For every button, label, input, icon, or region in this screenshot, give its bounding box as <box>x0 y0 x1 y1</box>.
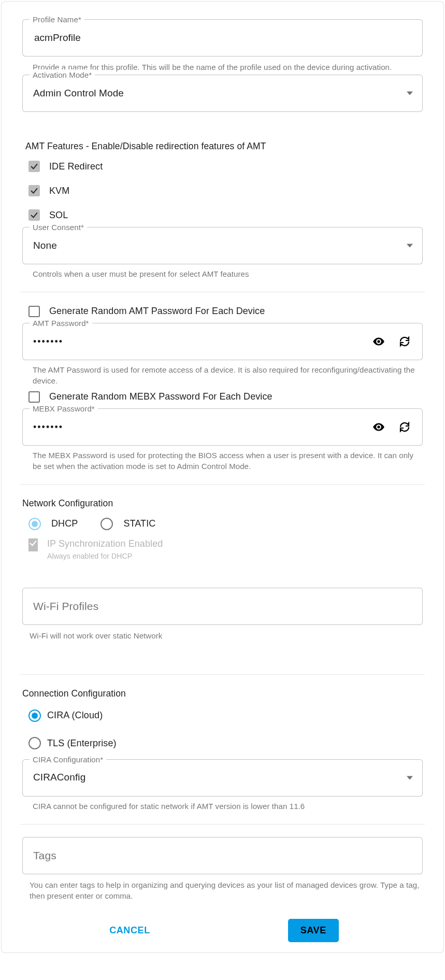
mebx-password-hint: The MEBX Password is used for protecting… <box>33 450 421 472</box>
cancel-button[interactable]: CANCEL <box>106 925 153 936</box>
save-button[interactable]: SAVE <box>288 919 339 942</box>
refresh-icon[interactable] <box>397 334 412 349</box>
gen-random-mebx-label: Generate Random MEBX Password For Each D… <box>49 390 272 403</box>
chevron-down-icon <box>407 244 413 248</box>
static-radio[interactable] <box>101 518 113 530</box>
tags-input[interactable]: Tags <box>22 837 423 874</box>
refresh-icon[interactable] <box>397 420 412 434</box>
cira-radio-label: CIRA (Cloud) <box>47 709 103 722</box>
profile-form-card: Profile Name* Provide a name for this pr… <box>1 1 444 953</box>
ip-sync-checkbox <box>28 538 38 551</box>
chevron-down-icon <box>407 776 413 779</box>
user-consent-hint: Controls when a user must be present for… <box>33 268 421 279</box>
check-icon <box>30 162 39 171</box>
gen-random-mebx-row: Generate Random MEBX Password For Each D… <box>28 390 423 403</box>
cira-config-hint: CIRA cannot be configured for static net… <box>33 801 421 812</box>
dhcp-radio[interactable] <box>28 518 41 530</box>
amt-password-hint: The AMT Password is used for remote acce… <box>33 364 421 386</box>
cira-config-label: CIRA Configuration* <box>30 754 106 765</box>
cira-config-field: CIRA Configuration* CIRAConfig <box>22 759 423 797</box>
gen-random-amt-checkbox[interactable] <box>28 306 40 317</box>
tags-hint: You can enter tags to help in organizing… <box>30 879 421 901</box>
check-icon <box>30 186 39 195</box>
tls-radio-label: TLS (Enterprise) <box>47 737 117 750</box>
amt-password-field: AMT Password* ••••••• <box>22 323 423 360</box>
divider <box>20 824 425 825</box>
amt-password-input[interactable]: ••••••• <box>33 335 63 348</box>
profile-name-field: Profile Name* <box>22 19 423 56</box>
kvm-checkbox[interactable] <box>28 185 40 196</box>
ide-redirect-checkbox[interactable] <box>28 161 40 172</box>
activation-mode-field: Activation Mode* Admin Control Mode <box>22 75 423 112</box>
dhcp-label: DHCP <box>51 517 78 530</box>
user-consent-field: User Consent* None <box>22 227 423 264</box>
profile-name-label: Profile Name* <box>30 14 84 25</box>
wifi-profiles-field: Wi-Fi Profiles <box>22 588 423 625</box>
gen-random-amt-label: Generate Random AMT Password For Each De… <box>49 305 265 318</box>
amt-features-title: AMT Features - Enable/Disable redirectio… <box>25 140 423 153</box>
ide-redirect-label: IDE Redirect <box>49 160 103 173</box>
gen-random-mebx-checkbox[interactable] <box>28 391 40 403</box>
cira-radio[interactable] <box>28 709 41 722</box>
check-icon <box>28 538 38 548</box>
mebx-password-label: MEBX Password* <box>30 403 98 414</box>
chevron-down-icon <box>407 92 413 95</box>
connection-configuration-title: Connection Configuration <box>22 687 423 700</box>
ip-sync-row: IP Synchronization Enabled Always enable… <box>28 537 423 562</box>
visibility-icon[interactable] <box>371 420 386 434</box>
activation-mode-label: Activation Mode* <box>30 69 95 80</box>
network-configuration-title: Network Configuration <box>22 497 423 510</box>
ide-redirect-checkbox-row: IDE Redirect <box>28 160 423 173</box>
static-label: STATIC <box>123 517 155 530</box>
ip-sync-title: IP Synchronization Enabled <box>47 537 163 550</box>
user-consent-label: User Consent* <box>30 222 87 233</box>
profile-name-input[interactable] <box>33 20 412 56</box>
wifi-profiles-input[interactable]: Wi-Fi Profiles <box>22 588 423 625</box>
mebx-password-input[interactable]: ••••••• <box>33 421 63 434</box>
ip-sync-sub: Always enabled for DHCP <box>47 551 163 562</box>
visibility-icon[interactable] <box>371 334 386 349</box>
tls-radio[interactable] <box>28 737 41 749</box>
form-footer: CANCEL SAVE <box>22 901 423 942</box>
sol-label: SOL <box>49 209 68 222</box>
wifi-hint: Wi-Fi will not work over static Network <box>30 630 421 641</box>
divider <box>20 674 425 675</box>
amt-password-label: AMT Password* <box>30 318 92 329</box>
check-icon <box>30 210 39 220</box>
sol-checkbox-row: SOL <box>28 209 423 222</box>
divider <box>20 292 425 292</box>
divider <box>20 484 425 485</box>
kvm-checkbox-row: KVM <box>28 184 423 197</box>
sol-checkbox[interactable] <box>28 209 40 221</box>
tags-field: Tags <box>22 837 423 874</box>
cira-radio-row: CIRA (Cloud) <box>28 709 423 722</box>
gen-random-amt-row: Generate Random AMT Password For Each De… <box>28 305 423 318</box>
kvm-label: KVM <box>49 184 69 197</box>
tls-radio-row: TLS (Enterprise) <box>28 737 423 750</box>
mebx-password-field: MEBX Password* ••••••• <box>22 408 423 446</box>
